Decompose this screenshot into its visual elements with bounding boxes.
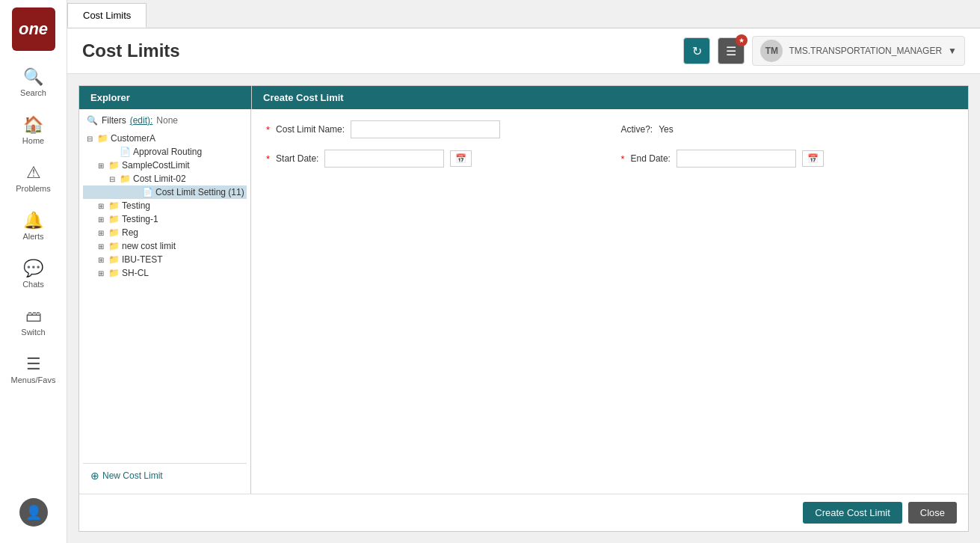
home-icon: 🏠 bbox=[23, 115, 43, 135]
folder-icon: 📁 bbox=[108, 200, 120, 211]
create-pane: * Cost Limit Name: Active?: Yes * Sta bbox=[251, 109, 968, 494]
tree-toggle: ⊞ bbox=[98, 256, 108, 264]
tree-node-sample-cost-limit[interactable]: ⊞ 📁 SampleCostLimit bbox=[83, 159, 247, 172]
user-profile-icon: 👤 bbox=[19, 498, 48, 527]
sidebar-item-problems[interactable]: ⚠ Problems bbox=[0, 154, 67, 202]
tree-node-testing-1[interactable]: ⊞ 📁 Testing-1 bbox=[83, 212, 247, 226]
create-cost-limit-button[interactable]: Create Cost Limit bbox=[803, 502, 902, 524]
required-marker: * bbox=[266, 124, 270, 135]
end-date-row: * End Date: 📅 bbox=[621, 150, 954, 168]
user-name: TMS.TRANSPORTATION_MANAGER bbox=[789, 46, 942, 56]
page-header: Cost Limits ↻ ☰ ★ TM TMS.TRANSPORTATION_… bbox=[67, 28, 980, 74]
main-area: Cost Limits Cost Limits ↻ ☰ ★ TM TMS.TRA… bbox=[67, 0, 980, 543]
start-date-label: Start Date: bbox=[276, 153, 318, 164]
bottom-actions: Create Cost Limit Close bbox=[79, 494, 968, 531]
filter-icon: 🔍 bbox=[87, 115, 98, 126]
cost-limit-name-row: * Cost Limit Name: bbox=[266, 120, 599, 138]
hamburger-icon: ☰ bbox=[726, 44, 736, 58]
new-cost-limit-row: ⊕ New Cost Limit bbox=[83, 463, 247, 488]
tree-node-customerA[interactable]: ⊟ 📁 CustomerA bbox=[83, 132, 247, 145]
filter-edit-link[interactable]: (edit): bbox=[130, 115, 153, 126]
folder-icon: 📁 bbox=[108, 160, 120, 171]
content-area: Explorer Create Cost Limit 🔍 Filters (ed… bbox=[67, 74, 980, 543]
tab-cost-limits[interactable]: Cost Limits bbox=[67, 3, 147, 28]
tree-node-testing[interactable]: ⊞ 📁 Testing bbox=[83, 199, 247, 212]
tree-node-cost-limit-02[interactable]: ⊟ 📁 Cost Limit-02 bbox=[83, 172, 247, 185]
tab-bar: Cost Limits bbox=[67, 0, 980, 28]
end-date-calendar-button[interactable]: 📅 bbox=[802, 150, 824, 167]
filter-row: 🔍 Filters (edit): None bbox=[83, 115, 247, 126]
search-icon: 🔍 bbox=[23, 67, 43, 87]
tree-node-new-cost-limit[interactable]: ⊞ 📁 new cost limit bbox=[83, 239, 247, 253]
tree-toggle: ⊞ bbox=[98, 242, 108, 251]
chevron-down-icon: ▼ bbox=[948, 46, 957, 56]
doc-icon: 📄 bbox=[142, 187, 153, 197]
avatar: TM bbox=[760, 40, 783, 62]
folder-icon: 📁 bbox=[108, 241, 120, 251]
tree-node-sh-cl[interactable]: ⊞ 📁 SH-CL bbox=[83, 266, 247, 280]
sidebar-item-menus[interactable]: ☰ Menus/Favs bbox=[0, 346, 67, 393]
required-marker: * bbox=[266, 153, 270, 165]
plus-icon: ⊕ bbox=[90, 470, 99, 482]
start-date-calendar-button[interactable]: 📅 bbox=[450, 150, 472, 167]
explorer-pane: 🔍 Filters (edit): None ⊟ 📁 CustomerA bbox=[79, 109, 251, 494]
folder-icon: 📁 bbox=[108, 227, 120, 238]
sidebar-item-search[interactable]: 🔍 Search bbox=[0, 58, 67, 106]
main-panel: Explorer Create Cost Limit 🔍 Filters (ed… bbox=[78, 85, 969, 532]
cost-limit-name-input[interactable] bbox=[351, 120, 500, 138]
tree-toggle: ⊞ bbox=[98, 215, 108, 224]
folder-icon: 📁 bbox=[108, 254, 120, 265]
app-logo[interactable]: one bbox=[12, 7, 55, 51]
sidebar-item-home[interactable]: 🏠 Home bbox=[0, 106, 67, 154]
tree: ⊟ 📁 CustomerA 📄 Approval Routing ⊞ bbox=[83, 132, 247, 280]
refresh-button[interactable]: ↻ bbox=[683, 37, 710, 64]
end-date-label: End Date: bbox=[631, 153, 671, 164]
user-menu[interactable]: TM TMS.TRANSPORTATION_MANAGER ▼ bbox=[752, 36, 965, 66]
folder-icon: 📁 bbox=[108, 214, 120, 224]
active-label: Active?: bbox=[621, 124, 653, 135]
folder-icon: 📁 bbox=[97, 133, 108, 144]
cost-limit-name-label: Cost Limit Name: bbox=[276, 124, 345, 135]
tree-node-approval-routing[interactable]: 📄 Approval Routing bbox=[83, 145, 247, 159]
sidebar: one 🔍 Search 🏠 Home ⚠ Problems 🔔 Alerts … bbox=[0, 0, 67, 543]
sidebar-item-switch[interactable]: 🗃 Switch bbox=[0, 298, 67, 346]
start-date-row: * Start Date: 📅 bbox=[266, 150, 599, 168]
explorer-header: Explorer bbox=[79, 86, 251, 109]
panel-headers: Explorer Create Cost Limit bbox=[79, 86, 968, 109]
tree-toggle: ⊟ bbox=[87, 135, 97, 143]
required-marker: * bbox=[621, 153, 625, 165]
create-form: * Cost Limit Name: Active?: Yes * Sta bbox=[266, 120, 953, 168]
new-cost-limit-link[interactable]: New Cost Limit bbox=[102, 470, 163, 481]
active-row: Active?: Yes bbox=[621, 120, 954, 138]
chats-icon: 💬 bbox=[23, 259, 43, 278]
active-value: Yes bbox=[659, 124, 674, 135]
sidebar-item-user-avatar[interactable]: 👤 bbox=[0, 489, 67, 536]
start-date-input[interactable] bbox=[324, 150, 444, 168]
menus-icon: ☰ bbox=[26, 355, 41, 374]
panel-body: 🔍 Filters (edit): None ⊟ 📁 CustomerA bbox=[79, 109, 968, 494]
create-header: Create Cost Limit bbox=[251, 86, 968, 109]
folder-icon: 📁 bbox=[120, 174, 131, 184]
close-button[interactable]: Close bbox=[908, 502, 957, 524]
tree-node-ibu-test[interactable]: ⊞ 📁 IBU-TEST bbox=[83, 253, 247, 266]
sidebar-item-alerts[interactable]: 🔔 Alerts bbox=[0, 202, 67, 250]
menu-button[interactable]: ☰ ★ bbox=[718, 37, 745, 64]
tree-toggle: ⊞ bbox=[98, 229, 108, 237]
tree-toggle: ⊞ bbox=[98, 162, 108, 170]
refresh-icon: ↻ bbox=[692, 44, 702, 58]
notification-badge: ★ bbox=[736, 34, 748, 46]
alerts-icon: 🔔 bbox=[23, 211, 43, 230]
sidebar-item-chats[interactable]: 💬 Chats bbox=[0, 250, 67, 298]
doc-icon: 📄 bbox=[120, 147, 131, 157]
tree-node-cost-limit-setting[interactable]: 📄 Cost Limit Setting (11) bbox=[83, 185, 247, 199]
folder-icon: 📁 bbox=[108, 268, 120, 278]
page-title: Cost Limits bbox=[82, 40, 683, 61]
header-actions: ↻ ☰ ★ TM TMS.TRANSPORTATION_MANAGER ▼ bbox=[683, 36, 965, 66]
tree-toggle: ⊟ bbox=[109, 175, 120, 183]
switch-icon: 🗃 bbox=[25, 307, 42, 326]
tree-toggle: ⊞ bbox=[98, 269, 108, 277]
tree-toggle: ⊞ bbox=[98, 202, 108, 210]
problems-icon: ⚠ bbox=[26, 163, 41, 182]
end-date-input[interactable] bbox=[677, 150, 796, 168]
tree-node-reg[interactable]: ⊞ 📁 Reg bbox=[83, 226, 247, 239]
